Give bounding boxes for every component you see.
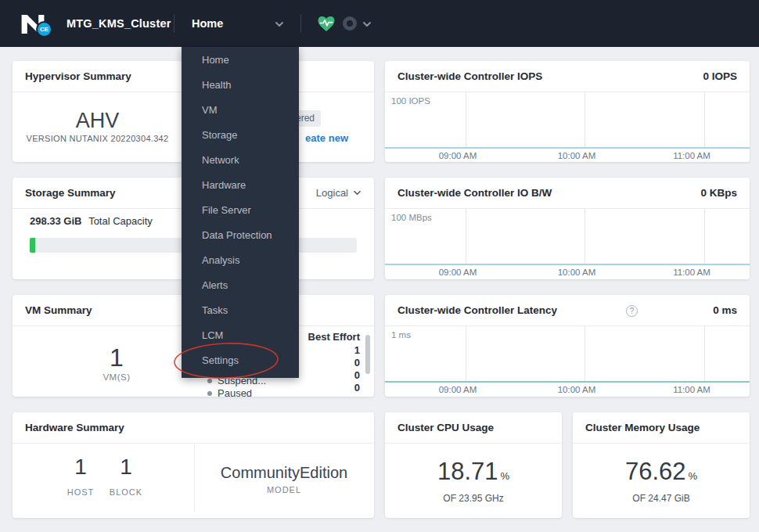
current-latency-value: 0 ms <box>713 304 737 316</box>
gridline <box>585 209 585 264</box>
cluster-memory-usage-card: Cluster Memory Usage 76.62 % OF 24.47 Gi… <box>573 412 750 518</box>
menu-item-settings[interactable]: Settings <box>182 348 299 373</box>
zero-series-line <box>385 147 750 149</box>
controller-latency-card: Cluster-wide Controller Latency 0 ms ? 1… <box>385 295 750 397</box>
health-heart-icon[interactable] <box>317 16 336 32</box>
menu-item-data-protection[interactable]: Data Protection <box>182 223 299 248</box>
x-tick: 09:00 AM <box>430 151 485 160</box>
x-tick: 09:00 AM <box>430 385 485 394</box>
current-iobw-value: 0 KBps <box>700 187 737 199</box>
cpu-capacity: OF 23.95 GHz <box>443 493 503 504</box>
block-count: 1 <box>103 455 149 480</box>
x-tick: 10:00 AM <box>549 385 604 394</box>
bullet-icon <box>207 379 212 383</box>
vm-legend-value: 0 <box>313 357 360 368</box>
controller-iops-card: Cluster-wide Controller IOPS 0 IOPS 100 … <box>385 61 750 162</box>
vm-legend-scrollbar[interactable] <box>365 335 370 374</box>
navbar-divider <box>300 14 301 33</box>
memory-percent: 76.62 <box>625 458 686 486</box>
card-head: Cluster CPU Usage <box>385 412 562 444</box>
controller-iobw-card: Cluster-wide Controller IO B/W 0 KBps 10… <box>385 178 750 279</box>
hypervisor-summary-card: Hypervisor Summary AHV VERSION NUTANIX 2… <box>13 61 182 162</box>
model-name: CommunityEdition <box>194 464 374 482</box>
x-tick: 11:00 AM <box>664 385 719 394</box>
card-head: Cluster-wide Controller Latency 0 ms <box>385 295 750 326</box>
card-title: Hardware Summary <box>25 422 124 433</box>
menu-item-vm[interactable]: VM <box>182 98 299 123</box>
register-link[interactable]: eate new <box>305 132 348 144</box>
menu-item-alerts[interactable]: Alerts <box>182 273 299 298</box>
vm-legend-label-text: Paused <box>218 387 252 397</box>
total-capacity-label: Total Capacity <box>88 215 153 227</box>
host-count: 1 <box>57 455 104 480</box>
menu-item-home[interactable]: Home <box>182 48 299 73</box>
gridline <box>466 92 466 147</box>
gridline <box>704 209 705 264</box>
zero-series-line <box>385 381 750 383</box>
current-iops-value: 0 IOPS <box>703 70 737 82</box>
cluster-name: MTG_KMS_Cluster <box>67 17 171 30</box>
x-tick: 11:00 AM <box>664 268 719 277</box>
view-selector-label: Logical <box>316 187 348 199</box>
model-label: MODEL <box>194 485 374 494</box>
zero-series-line <box>385 264 750 265</box>
vm-count: 1 <box>79 343 154 372</box>
x-tick: 10:00 AM <box>549 151 604 160</box>
menu-item-file-server[interactable]: File Server <box>182 198 299 223</box>
latency-chart: 1 ms 09:00 AM 10:00 AM 11:00 AM <box>385 326 750 397</box>
total-capacity: 298.33 GiB Total Capacity <box>30 215 153 227</box>
menu-item-storage[interactable]: Storage <box>182 123 299 148</box>
card-title: Storage Summary <box>25 187 116 199</box>
menu-item-health[interactable]: Health <box>182 73 299 98</box>
hardware-summary-card: Hardware Summary 1 HOST 1 BLOCK Communit… <box>13 412 374 518</box>
help-icon[interactable]: ? <box>626 305 638 317</box>
cpu-usage-value: 18.71 % <box>437 458 509 486</box>
card-head: Hardware Summary <box>13 412 374 444</box>
card-head: Cluster-wide Controller IO B/W 0 KBps <box>385 178 750 209</box>
x-tick: 09:00 AM <box>430 268 485 277</box>
card-head: Cluster-wide Controller IOPS 0 IOPS <box>385 61 750 92</box>
chevron-down-icon[interactable] <box>362 21 372 27</box>
memory-capacity: OF 24.47 GiB <box>632 493 689 504</box>
total-capacity-value: 298.33 GiB <box>30 215 82 227</box>
memory-usage-value: 76.62 % <box>625 458 697 486</box>
navbar-divider <box>174 14 174 33</box>
host-label: HOST <box>57 487 104 497</box>
card-title: Cluster CPU Usage <box>397 422 494 433</box>
chevron-down-icon <box>353 190 362 196</box>
menu-item-lcm[interactable]: LCM <box>182 323 299 348</box>
card-title: VM Summary <box>25 304 92 316</box>
gridline <box>466 326 466 381</box>
gridline <box>585 92 585 147</box>
nav-menu-home[interactable]: Home <box>192 17 223 30</box>
storage-view-selector[interactable]: Logical <box>316 187 362 199</box>
menu-item-analysis[interactable]: Analysis <box>182 248 299 273</box>
card-title: Cluster-wide Controller IOPS <box>397 70 542 82</box>
menu-item-hardware[interactable]: Hardware <box>182 173 299 198</box>
vm-legend-header: Best Effort <box>308 331 360 343</box>
cpu-percent: 18.71 <box>437 458 498 486</box>
iobw-chart: 100 MBps 09:00 AM 10:00 AM 11:00 AM <box>385 209 750 279</box>
bullet-icon <box>207 391 212 396</box>
gridline <box>466 209 466 264</box>
hypervisor-name: AHV <box>13 109 182 133</box>
card-title: Hypervisor Summary <box>25 70 131 82</box>
menu-item-tasks[interactable]: Tasks <box>182 298 299 323</box>
top-navbar: CE MTG_KMS_Cluster Home <box>0 0 759 47</box>
vm-legend-value: 0 <box>313 382 360 394</box>
card-title: Cluster-wide Controller Latency <box>397 304 557 316</box>
chevron-down-icon[interactable] <box>275 21 284 27</box>
capacity-used-fill <box>30 238 35 253</box>
y-axis-max-label: 100 IOPS <box>391 96 430 106</box>
x-tick: 10:00 AM <box>549 268 604 277</box>
cpu-usage-body: 18.71 % OF 23.95 GHz <box>385 444 562 518</box>
vm-legend-label: Paused <box>207 387 252 397</box>
menu-item-network[interactable]: Network <box>182 148 299 173</box>
percent-sign: % <box>689 470 698 482</box>
iops-chart: 100 IOPS 09:00 AM 10:00 AM 11:00 AM <box>385 92 750 162</box>
y-axis-max-label: 100 MBps <box>391 213 432 222</box>
card-title: Cluster-wide Controller IO B/W <box>397 187 552 199</box>
vm-legend-value: 1 <box>313 344 360 356</box>
ce-badge: CE <box>36 21 52 38</box>
user-ring-icon[interactable] <box>343 16 357 31</box>
